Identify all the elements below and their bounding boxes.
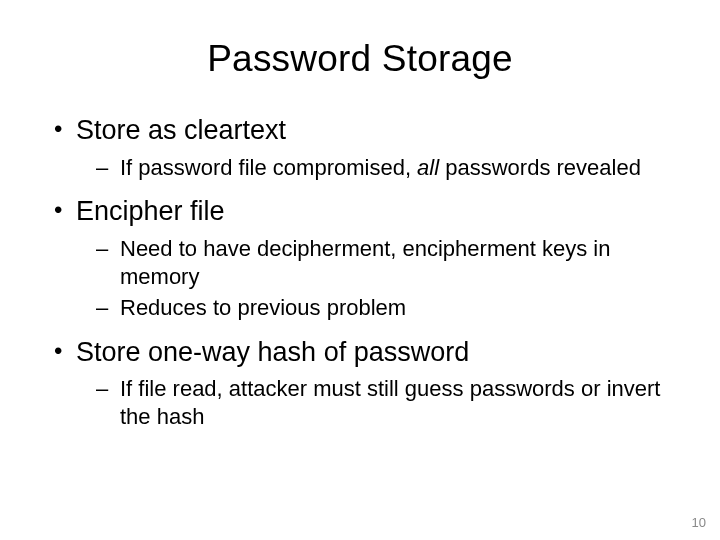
sub-text: If file read, attacker must still guess …: [120, 376, 660, 429]
bullet-item: Store one-way hash of password If file r…: [50, 336, 670, 431]
sub-text: Need to have decipherment, encipherment …: [120, 236, 610, 289]
sub-text-post: passwords revealed: [439, 155, 641, 180]
bullet-list: Store as cleartext If password file comp…: [50, 114, 670, 430]
slide-title: Password Storage: [50, 38, 670, 80]
bullet-item: Encipher file Need to have decipherment,…: [50, 195, 670, 321]
bullet-text: Encipher file: [76, 196, 225, 226]
bullet-text: Store one-way hash of password: [76, 337, 469, 367]
sub-item: If file read, attacker must still guess …: [76, 375, 670, 430]
sub-list: Need to have decipherment, encipherment …: [76, 235, 670, 322]
sub-item: Need to have decipherment, encipherment …: [76, 235, 670, 290]
slide: Password Storage Store as cleartext If p…: [0, 0, 720, 540]
sub-item: If password file compromised, all passwo…: [76, 154, 670, 182]
bullet-item: Store as cleartext If password file comp…: [50, 114, 670, 181]
bullet-text: Store as cleartext: [76, 115, 286, 145]
sub-item: Reduces to previous problem: [76, 294, 670, 322]
sub-list: If password file compromised, all passwo…: [76, 154, 670, 182]
page-number: 10: [692, 515, 706, 530]
sub-list: If file read, attacker must still guess …: [76, 375, 670, 430]
sub-text-em: all: [417, 155, 439, 180]
sub-text: Reduces to previous problem: [120, 295, 406, 320]
sub-text-pre: If password file compromised,: [120, 155, 417, 180]
